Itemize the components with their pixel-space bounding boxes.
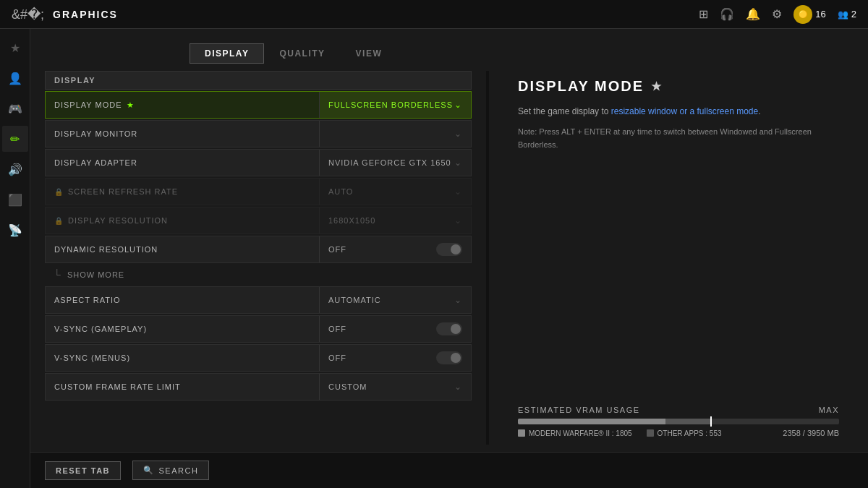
sidebar-item-controller[interactable]: 🎮 (2, 95, 28, 121)
setting-value-screen-refresh-rate: AUTO ⌄ (319, 179, 471, 205)
vram-legend-mw: MODERN WARFARE® II : 1805 (518, 429, 632, 437)
search-icon: 🔍 (143, 466, 155, 475)
setting-label-dynamic-resolution: DYNAMIC RESOLUTION (46, 245, 319, 254)
setting-row-dynamic-resolution[interactable]: DYNAMIC RESOLUTION OFF (45, 236, 472, 263)
avatar: 🟡 (793, 5, 812, 24)
settings-list: DISPLAY MODE ★ FULLSCREEN BORDERLESS ⌄ D… (45, 91, 472, 445)
vsync-menus-toggle[interactable] (436, 351, 462, 364)
setting-label-custom-frame-rate: CUSTOM FRAME RATE LIMIT (46, 382, 319, 391)
vram-total: 2358 / 3950 MB (783, 429, 839, 437)
show-more-label[interactable]: SHOW MORE (67, 270, 124, 279)
title-star-icon: ★ (651, 80, 663, 93)
vsync-gameplay-toggle[interactable] (436, 322, 462, 335)
page-title: GRAPHICS (53, 9, 118, 20)
gear-icon[interactable]: ⚙ (772, 7, 782, 21)
vram-legend: MODERN WARFARE® II : 1805 OTHER APPS : 5… (518, 429, 839, 437)
vram-dot-other (647, 429, 654, 437)
sidebar: ★ 👤 🎮 ✏ 🔊 ⬛ 📡 (0, 29, 30, 488)
setting-value-display-resolution: 1680X1050 ⌄ (319, 207, 471, 234)
sidebar-item-favorites[interactable]: ★ (2, 35, 28, 61)
setting-value-custom-frame-rate[interactable]: CUSTOM ⌄ (319, 374, 471, 400)
chevron-icon: ⌄ (454, 187, 462, 197)
headset-icon[interactable]: 🎧 (720, 7, 734, 21)
setting-row-custom-frame-rate[interactable]: CUSTOM FRAME RATE LIMIT CUSTOM ⌄ (45, 373, 472, 401)
setting-value-aspect-ratio[interactable]: AUTOMATIC ⌄ (319, 287, 471, 313)
show-more-row[interactable]: └ SHOW MORE (45, 265, 472, 285)
vram-section: ESTIMATED VRAM USAGE MAX MODERN WARFARE®… (518, 397, 839, 437)
section-header: DISPLAY (45, 71, 472, 90)
content: DISPLAY QUALITY VIEW DISPLAY DISPLAY MOD… (30, 29, 868, 488)
info-description: Set the game display to resizable window… (518, 105, 839, 119)
party-count: 2 (851, 9, 856, 20)
info-link[interactable]: resizable window or a fullscreen mode (611, 106, 758, 116)
tabs: DISPLAY QUALITY VIEW (30, 29, 868, 64)
setting-row-display-resolution: 🔒 DISPLAY RESOLUTION 1680X1050 ⌄ (45, 207, 472, 234)
setting-row-display-monitor[interactable]: DISPLAY MONITOR ⌄ (45, 120, 472, 147)
main: ★ 👤 🎮 ✏ 🔊 ⬛ 📡 DISPLAY QUALITY VIEW DISPL… (0, 29, 868, 488)
tab-display[interactable]: DISPLAY (190, 43, 264, 64)
tab-view[interactable]: VIEW (341, 43, 398, 64)
sidebar-item-customize[interactable]: ✏ (2, 126, 28, 152)
settings-left: DISPLAY DISPLAY MODE ★ FULLSCREEN BORDER… (45, 71, 472, 445)
reset-tab-label: RESET TAB (56, 466, 110, 475)
chevron-icon: ⌄ (454, 100, 462, 110)
back-button[interactable]: &#�; (12, 7, 44, 22)
topbar-left: &#�; GRAPHICS (12, 7, 699, 22)
setting-row-display-mode[interactable]: DISPLAY MODE ★ FULLSCREEN BORDERLESS ⌄ (45, 91, 472, 119)
setting-label-aspect-ratio: ASPECT RATIO (46, 296, 319, 304)
setting-value-display-mode[interactable]: FULLSCREEN BORDERLESS ⌄ (319, 92, 471, 118)
vram-header-label: ESTIMATED VRAM USAGE (518, 406, 640, 414)
level-section: 🟡 16 (793, 5, 825, 24)
setting-label-vsync-gameplay: V-SYNC (GAMEPLAY) (46, 325, 319, 333)
chevron-icon: ⌄ (454, 158, 462, 168)
party-section: 👥 2 (838, 9, 856, 20)
tab-quality[interactable]: QUALITY (264, 43, 340, 64)
setting-row-screen-refresh-rate: 🔒 SCREEN REFRESH RATE AUTO ⌄ (45, 178, 472, 205)
setting-value-display-adapter[interactable]: NVIDIA GEFORCE GTX 1650 ⌄ (319, 150, 471, 176)
vram-max-label: MAX (819, 406, 839, 414)
vram-bar-mw (518, 419, 665, 424)
search-button[interactable]: 🔍 SEARCH (132, 461, 209, 480)
setting-value-dynamic-resolution: OFF (319, 236, 471, 262)
sidebar-item-profile[interactable]: 👤 (2, 65, 28, 91)
setting-row-vsync-menus[interactable]: V-SYNC (MENUS) OFF (45, 344, 472, 372)
lock-icon: 🔒 (54, 217, 64, 225)
party-icon: 👥 (838, 9, 848, 20)
setting-label-display-monitor: DISPLAY MONITOR (46, 129, 319, 138)
vram-other-label: OTHER APPS : 553 (658, 429, 722, 437)
vram-legend-other: OTHER APPS : 553 (647, 429, 722, 437)
dynamic-resolution-toggle[interactable] (436, 243, 462, 256)
setting-label-display-resolution: 🔒 DISPLAY RESOLUTION (46, 216, 319, 225)
search-label: SEARCH (159, 466, 199, 475)
bell-icon[interactable]: 🔔 (746, 7, 760, 21)
vram-marker (710, 416, 712, 427)
setting-row-display-adapter[interactable]: DISPLAY ADAPTER NVIDIA GEFORCE GTX 1650 … (45, 149, 472, 176)
setting-label-screen-refresh-rate: 🔒 SCREEN REFRESH RATE (46, 187, 319, 196)
star-icon: ★ (127, 100, 135, 110)
setting-value-display-monitor[interactable]: ⌄ (319, 121, 471, 147)
vram-mw-label: MODERN WARFARE® II : 1805 (529, 429, 632, 437)
info-title: DISPLAY MODE ★ (518, 78, 839, 95)
chevron-icon: ⌄ (454, 129, 462, 139)
info-panel: DISPLAY MODE ★ Set the game display to r… (503, 71, 854, 445)
sidebar-item-display[interactable]: ⬛ (2, 187, 28, 213)
reset-tab-button[interactable]: RESET TAB (45, 461, 121, 480)
grid-icon[interactable]: ⊞ (699, 7, 708, 21)
info-note: Note: Press ALT + ENTER at any time to s… (518, 126, 839, 151)
setting-value-vsync-menus: OFF (319, 345, 471, 371)
vram-bar (518, 419, 839, 424)
bottom-bar: RESET TAB 🔍 SEARCH (30, 452, 868, 488)
display-mode-text: DISPLAY MODE (54, 100, 122, 109)
vram-header: ESTIMATED VRAM USAGE MAX (518, 406, 839, 414)
setting-row-aspect-ratio[interactable]: ASPECT RATIO AUTOMATIC ⌄ (45, 286, 472, 314)
setting-label-vsync-menus: V-SYNC (MENUS) (46, 354, 319, 362)
chevron-icon: ⌄ (454, 215, 462, 226)
sidebar-item-audio[interactable]: 🔊 (2, 156, 28, 182)
lock-icon: 🔒 (54, 188, 64, 196)
sidebar-item-network[interactable]: 📡 (2, 217, 28, 243)
setting-row-vsync-gameplay[interactable]: V-SYNC (GAMEPLAY) OFF (45, 315, 472, 343)
setting-value-vsync-gameplay: OFF (319, 316, 471, 342)
topbar: &#�; GRAPHICS ⊞ 🎧 🔔 ⚙ 🟡 16 👥 2 (0, 0, 868, 29)
settings-area: DISPLAY DISPLAY MODE ★ FULLSCREEN BORDER… (30, 64, 868, 452)
topbar-right: ⊞ 🎧 🔔 ⚙ 🟡 16 👥 2 (699, 5, 856, 24)
